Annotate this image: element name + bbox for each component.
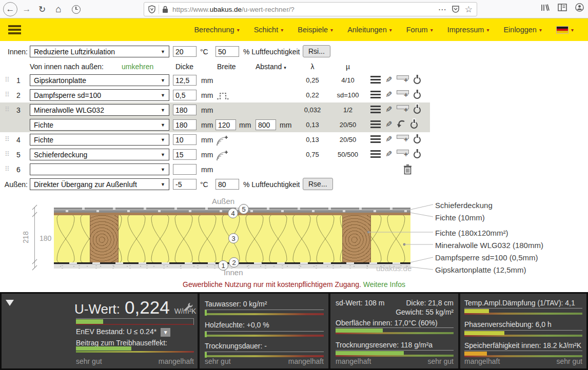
add-layer-icon[interactable]: + — [397, 105, 409, 114]
notice-link[interactable]: Weitere Infos — [363, 280, 405, 289]
row-menu-icon[interactable] — [370, 76, 381, 84]
edit-pencil-icon[interactable]: ✎ — [385, 76, 392, 84]
wood-grain-add-icon[interactable] — [216, 135, 229, 146]
row-menu-icon[interactable] — [370, 150, 381, 158]
width-input[interactable] — [215, 119, 236, 130]
drag-handle-icon[interactable]: ⠿ — [5, 76, 9, 84]
layer-marker-3[interactable]: 3 — [228, 233, 239, 243]
edit-pencil-icon[interactable]: ✎ — [385, 91, 392, 99]
forward-icon[interactable]: → — [19, 2, 34, 16]
drag-handle-icon[interactable]: ⠿ — [5, 150, 9, 158]
edit-pencil-icon[interactable]: ✎ — [385, 106, 392, 114]
trash-icon[interactable] — [403, 165, 412, 175]
material-select[interactable]: Dampfsperre sd=100▼ — [30, 89, 169, 101]
material-select[interactable]: ▼ — [30, 163, 169, 175]
menu-hamburger-icon[interactable] — [8, 25, 21, 34]
nav-item-berechnung[interactable]: Berechnung▾ — [194, 26, 239, 34]
power-toggle-icon[interactable] — [414, 151, 421, 158]
thickness-input[interactable] — [173, 75, 197, 86]
license-notice: Gewerbliche Nutzung nur mit kostenpflich… — [0, 280, 588, 289]
rse-button[interactable]: Rse... — [303, 178, 333, 190]
nav-item-schicht[interactable]: Schicht▾ — [254, 26, 284, 34]
chevron-down-icon: ▾ — [281, 27, 283, 33]
innen-humidity-input[interactable] — [215, 46, 239, 57]
home-icon[interactable]: ⌂ — [51, 2, 66, 16]
add-layer-icon[interactable]: + — [397, 75, 409, 84]
thickness-input[interactable] — [173, 149, 197, 160]
layer-marker-4[interactable]: 4 — [228, 208, 238, 218]
shield-icon[interactable] — [148, 5, 155, 13]
col-abstand-label[interactable]: Abstand ▾ — [256, 63, 286, 71]
select-value: Direkter Übergang zur Außenluft — [34, 180, 137, 189]
dropdown-caret-icon: ▼ — [161, 182, 165, 187]
mm-unit-label: mm — [239, 121, 251, 129]
history-clock-icon[interactable] — [69, 2, 83, 16]
add-layer-icon[interactable]: + — [397, 150, 409, 158]
layer-marker-2[interactable]: 2 — [229, 257, 239, 268]
url-prefix: https://www. — [172, 6, 210, 13]
back-icon[interactable]: ← — [3, 2, 17, 16]
edit-pencil-icon[interactable]: ✎ — [385, 120, 392, 129]
nav-item-impressum[interactable]: Impressum▾ — [447, 26, 489, 34]
power-toggle-icon[interactable] — [414, 92, 421, 99]
wood-grain-add-icon[interactable] — [216, 150, 229, 161]
add-layer-icon[interactable]: + — [397, 90, 409, 99]
power-toggle-icon[interactable] — [414, 136, 421, 143]
innen-temp-input[interactable] — [173, 46, 197, 57]
sidebar-icon[interactable] — [558, 4, 567, 11]
humidity-unit-label: % Luftfeuchtigkeit — [243, 180, 300, 189]
reverse-link[interactable]: umkehren — [122, 63, 153, 71]
row-menu-icon[interactable] — [370, 135, 381, 143]
add-layer-icon[interactable]: + — [397, 135, 409, 143]
row-menu-icon[interactable] — [370, 120, 381, 128]
url-text[interactable]: https://www.ubakus.de/u-wert-rechner/? — [172, 6, 438, 13]
rsi-button[interactable]: Rsi... — [303, 45, 330, 57]
drag-handle-icon[interactable]: ⠿ — [5, 91, 9, 98]
edit-pencil-icon[interactable]: ✎ — [385, 135, 392, 143]
drag-handle-icon[interactable]: ⠿ — [5, 165, 9, 173]
spacing-input[interactable] — [256, 119, 276, 130]
library-icon[interactable] — [540, 4, 550, 12]
drag-handle-icon[interactable]: ⠿ — [5, 106, 9, 113]
bookmark-star-icon[interactable]: ☆ — [465, 4, 473, 15]
undo-arrow-icon[interactable] — [397, 120, 406, 129]
edit-pencil-icon[interactable]: ✎ — [385, 150, 392, 158]
nav-item-anleitungen[interactable]: Anleitungen▾ — [347, 26, 392, 34]
thickness-input[interactable] — [173, 90, 197, 100]
material-select[interactable]: Fichte▼ — [30, 119, 169, 131]
wrench-icon[interactable] — [183, 302, 193, 312]
aussen-surface-select[interactable]: Direkter Übergang zur Außenluft▼ — [30, 178, 169, 190]
enev-dropdown-icon[interactable]: ▼ — [161, 328, 170, 337]
drag-handle-icon[interactable]: ⠿ — [5, 135, 9, 143]
material-select[interactable]: Mineralwolle WLG032▼ — [30, 104, 169, 116]
aussen-humidity-input[interactable] — [215, 179, 239, 190]
row-menu-icon[interactable] — [370, 106, 381, 113]
thickness-input[interactable] — [173, 105, 197, 115]
thickness-input[interactable] — [173, 164, 197, 175]
account-icon[interactable] — [575, 3, 584, 12]
page-actions-icon[interactable]: ⋯ — [438, 5, 446, 14]
nav-item-beispiele[interactable]: Beispiele▾ — [298, 26, 333, 34]
notice-text: Gewerbliche Nutzung nur mit kostenpflich… — [183, 280, 361, 289]
power-toggle-icon[interactable] — [414, 77, 421, 84]
reload-icon[interactable]: ↻ — [35, 2, 49, 16]
row-menu-icon[interactable] — [370, 91, 381, 98]
layer-marker-1[interactable]: 1 — [218, 260, 228, 271]
material-select[interactable]: Gipskartonplatte▼ — [30, 74, 169, 86]
thickness-input[interactable] — [173, 134, 197, 145]
power-toggle-icon[interactable] — [410, 121, 418, 129]
nav-item-einloggen[interactable]: Einloggen▾ — [503, 26, 542, 34]
url-bar[interactable]: https://www.ubakus.de/u-wert-rechner/? ⋯… — [144, 2, 477, 16]
thickness-input[interactable] — [173, 119, 197, 130]
language-selector[interactable]: ▾ — [556, 26, 574, 34]
innen-surface-select[interactable]: Reduzierte Luftzirkulation▼ — [30, 46, 169, 57]
aussen-temp-input[interactable] — [173, 179, 197, 190]
material-select[interactable]: Fichte▼ — [30, 134, 169, 146]
layer-marker-5[interactable]: 5 — [239, 204, 249, 214]
material-select[interactable]: Schieferdeckung▼ — [30, 149, 169, 160]
foil-profile-icon[interactable] — [217, 91, 230, 100]
trocknungsreserve-meter — [336, 350, 454, 357]
pocket-icon[interactable] — [452, 5, 460, 13]
nav-item-forum[interactable]: Forum▾ — [406, 26, 433, 34]
power-toggle-icon[interactable] — [414, 107, 421, 114]
